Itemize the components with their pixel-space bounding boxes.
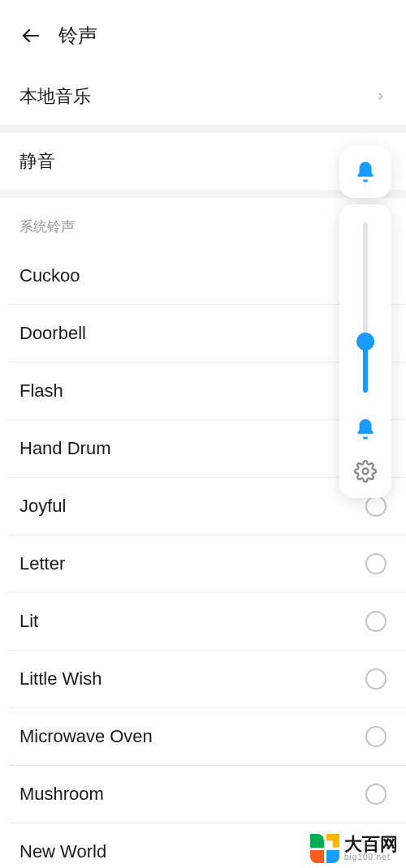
back-arrow-icon — [21, 26, 41, 45]
ringtone-label: New World — [19, 841, 106, 862]
volume-settings-button[interactable] — [353, 459, 378, 483]
page-title: 铃声 — [58, 23, 97, 49]
ringtone-label: Little Wish — [19, 668, 102, 690]
watermark-logo-icon — [310, 834, 339, 863]
back-button[interactable] — [19, 24, 42, 47]
list-item[interactable]: Microwave Oven — [8, 708, 406, 766]
watermark-title: 大百网 — [344, 836, 398, 853]
list-item[interactable]: Lit — [8, 593, 406, 651]
ringtone-label: Microwave Oven — [19, 726, 153, 747]
watermark-url: big100.net — [344, 853, 398, 862]
divider — [0, 125, 406, 133]
ringtone-label: Hand Drum — [19, 438, 110, 459]
list-item[interactable]: Little Wish — [8, 651, 406, 708]
volume-mode-button[interactable] — [339, 146, 391, 198]
volume-slider-thumb[interactable] — [356, 333, 374, 350]
radio-button[interactable] — [365, 726, 387, 747]
watermark: 大百网 big100.net — [310, 834, 398, 863]
radio-button[interactable] — [365, 611, 387, 632]
bell-icon — [353, 160, 378, 184]
radio-button[interactable] — [365, 496, 387, 517]
header: 铃声 — [0, 0, 406, 68]
gear-icon — [354, 460, 377, 483]
volume-panel — [339, 146, 391, 498]
list-item[interactable]: Letter — [8, 535, 406, 593]
silent-label: 静音 — [19, 149, 387, 174]
radio-button[interactable] — [365, 553, 387, 574]
ringtone-label: Letter — [19, 553, 65, 574]
chevron-right-icon — [375, 91, 387, 102]
local-music-label: 本地音乐 — [19, 84, 91, 109]
list-item[interactable]: Mushroom — [8, 766, 406, 823]
ringtone-label: Joyful — [19, 496, 66, 517]
radio-button[interactable] — [365, 668, 387, 690]
local-music-row[interactable]: 本地音乐 — [0, 68, 406, 125]
radio-button[interactable] — [365, 784, 387, 805]
ringtone-label: Doorbell — [19, 323, 86, 344]
svg-point-1 — [363, 469, 369, 475]
ringtone-label: Lit — [19, 611, 38, 632]
ringtone-label: Cuckoo — [19, 265, 80, 286]
volume-ring-button[interactable] — [353, 417, 378, 441]
volume-slider-card — [339, 204, 391, 498]
bell-icon — [353, 417, 378, 441]
volume-slider[interactable] — [363, 222, 368, 393]
watermark-text: 大百网 big100.net — [344, 836, 398, 862]
ringtone-label: Mushroom — [19, 784, 104, 805]
ringtone-label: Flash — [19, 380, 63, 402]
